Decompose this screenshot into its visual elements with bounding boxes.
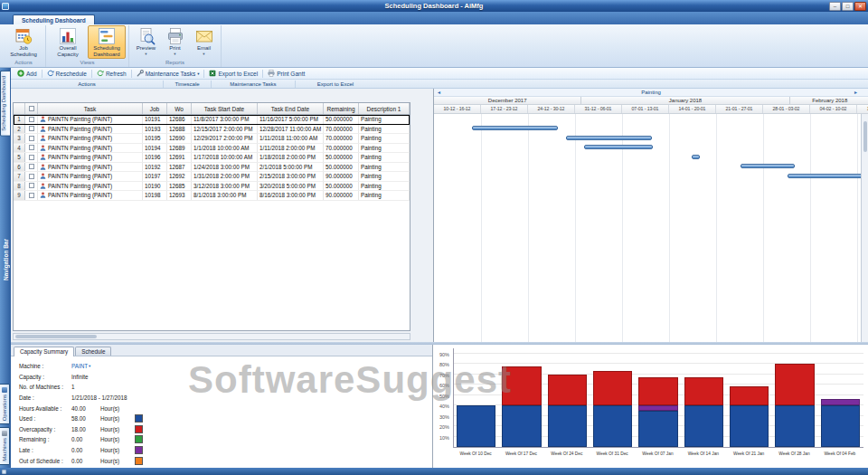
table-row[interactable]: 2PAINTN Painting (PAINT)101931268812/15/… bbox=[14, 125, 410, 135]
bar-segment-overcapacity bbox=[638, 377, 677, 405]
scheduling-dashboard-button[interactable]: Scheduling Dashboard bbox=[88, 25, 126, 59]
column-header-remaining[interactable]: Remaining bbox=[324, 103, 359, 114]
task-label: PAINTN Painting (PAINT) bbox=[48, 164, 112, 170]
add-icon bbox=[17, 70, 24, 77]
cell: 12/28/2017 11:00:00 AM bbox=[258, 125, 324, 134]
row-checkbox[interactable] bbox=[29, 126, 34, 131]
column-header-task[interactable]: Task bbox=[38, 103, 143, 114]
column-header-task-end-date[interactable]: Task End Date bbox=[258, 103, 324, 114]
field-value[interactable]: PAINT bbox=[71, 363, 88, 369]
table-row[interactable]: 1PAINTN Painting (PAINT)101911268611/8/2… bbox=[14, 115, 410, 125]
column-header-description-1[interactable]: Description 1 bbox=[359, 103, 410, 114]
row-number: 3 bbox=[14, 134, 25, 143]
bar-segment-overcapacity bbox=[593, 371, 632, 405]
table-row[interactable]: 3PAINTN Painting (PAINT)101951269012/29/… bbox=[14, 134, 410, 144]
cell: 12692 bbox=[167, 172, 192, 181]
table-row[interactable]: 8PAINTN Painting (PAINT)10190126853/12/2… bbox=[14, 182, 410, 192]
cell: 1/11/2018 11:00:00 AM bbox=[258, 134, 324, 143]
refresh-button[interactable]: Refresh bbox=[93, 69, 130, 79]
cell: 1/1/2018 10:00:00 AM bbox=[192, 144, 258, 153]
export-to-excel-button[interactable]: Export to Excel bbox=[205, 69, 261, 79]
minimize-button[interactable]: – bbox=[829, 2, 841, 11]
row-number: 1 bbox=[14, 115, 25, 124]
gantt-scroll-left-icon[interactable]: ◄ bbox=[437, 89, 441, 97]
gantt-bar[interactable] bbox=[566, 136, 653, 140]
gantt-scroll-right-icon[interactable]: ► bbox=[854, 89, 858, 97]
gantt-bar[interactable] bbox=[788, 174, 861, 178]
email-button[interactable]: Email ▾ bbox=[190, 25, 218, 59]
gantt-months: December 2017January 2018February 2018 bbox=[434, 97, 868, 105]
gantt-vertical-scrollbar[interactable] bbox=[861, 114, 868, 342]
gantt-bar[interactable] bbox=[692, 155, 700, 159]
table-row[interactable]: 9PAINTN Painting (PAINT)10198126938/1/20… bbox=[14, 191, 410, 201]
row-checkbox[interactable] bbox=[29, 164, 34, 169]
scrollbar-thumb[interactable] bbox=[15, 335, 97, 338]
nav-tab-scheduling-dashboard[interactable]: Scheduling Dashboard bbox=[0, 71, 10, 137]
add-button[interactable]: Add bbox=[14, 69, 41, 79]
row-checkbox[interactable] bbox=[29, 174, 34, 179]
cell: 10194 bbox=[143, 144, 167, 153]
toolbar-button-label: Reschedule bbox=[56, 71, 87, 77]
row-checkbox[interactable] bbox=[29, 136, 34, 141]
table-row[interactable]: 5PAINTN Painting (PAINT)10196126911/17/2… bbox=[14, 153, 410, 163]
cell: 70.000000 bbox=[324, 134, 359, 143]
cell: Painting bbox=[359, 134, 410, 143]
bar-segment-overcapacity bbox=[730, 386, 769, 405]
row-checkbox[interactable] bbox=[29, 117, 34, 122]
nav-tab-operations[interactable]: Operations bbox=[0, 384, 10, 424]
table-row[interactable]: 7PAINTN Painting (PAINT)10197126921/31/2… bbox=[14, 172, 410, 182]
field-value: 40.00 bbox=[71, 405, 99, 412]
column-header-job[interactable]: Job bbox=[143, 103, 167, 114]
gantt-bar[interactable] bbox=[472, 126, 559, 130]
field-row: Out of Schedule :0.00Hour(s) bbox=[19, 455, 432, 466]
cell: 10192 bbox=[143, 163, 167, 172]
cell: 70.000000 bbox=[324, 144, 359, 153]
excel-icon bbox=[209, 70, 216, 77]
machine-dropdown-caret[interactable]: ▾ bbox=[89, 364, 90, 368]
nav-tab-machines[interactable]: Machines bbox=[0, 427, 10, 465]
select-all-checkbox[interactable] bbox=[29, 106, 34, 111]
bar-segment-used bbox=[638, 411, 677, 447]
maximize-button[interactable]: □ bbox=[842, 2, 854, 11]
window-title: Scheduling Dashboard - AiMfg bbox=[0, 2, 868, 10]
gantt-bar[interactable] bbox=[741, 164, 795, 168]
row-checkbox[interactable] bbox=[29, 155, 34, 160]
bar-segment-used bbox=[775, 405, 814, 447]
tab-capacity-summary[interactable]: Capacity Summary bbox=[14, 347, 74, 356]
maintenance-tasks-button[interactable]: Maintenance Tasks ▾ bbox=[133, 69, 203, 79]
tab-schedule[interactable]: Schedule bbox=[75, 347, 111, 356]
close-button[interactable]: ✕ bbox=[854, 2, 866, 11]
dropdown-caret-icon: ▾ bbox=[203, 52, 204, 56]
column-header-task-start-date[interactable]: Task Start Date bbox=[192, 103, 258, 114]
row-checkbox[interactable] bbox=[29, 145, 34, 150]
reschedule-button[interactable]: Reschedule bbox=[43, 69, 90, 79]
cell: 1/31/2018 2:00:00 PM bbox=[192, 172, 258, 181]
tab-scheduling-dashboard[interactable]: Scheduling Dashboard bbox=[13, 14, 95, 24]
preview-button[interactable]: Preview ▾ bbox=[132, 25, 160, 59]
print-gantt-button[interactable]: Print Gantt bbox=[264, 69, 308, 79]
cell: 1/11/2018 2:00:00 PM bbox=[258, 144, 324, 153]
gantt-gridline bbox=[763, 114, 764, 342]
toolbar-separator bbox=[131, 70, 132, 78]
column-header-wo[interactable]: Wo bbox=[167, 103, 192, 114]
cell: 12/29/2017 2:00:00 PM bbox=[192, 134, 258, 143]
cell: 8/16/2018 3:00:00 PM bbox=[258, 191, 324, 200]
print-button[interactable]: Print ▾ bbox=[161, 25, 189, 59]
gantt-bar[interactable] bbox=[584, 145, 653, 149]
job-scheduling-button[interactable]: Job Scheduling bbox=[5, 25, 42, 59]
overall-capacity-button[interactable]: Overall Capacity bbox=[49, 25, 87, 59]
grid-horizontal-scrollbar[interactable] bbox=[13, 333, 410, 340]
scrollbar-thumb[interactable] bbox=[863, 121, 867, 152]
row-checkbox[interactable] bbox=[29, 193, 34, 198]
document-tabstrip: Scheduling Dashboard bbox=[0, 12, 868, 24]
select-all-header bbox=[25, 103, 38, 114]
row-select-cell bbox=[25, 172, 38, 181]
table-row[interactable]: 6PAINTN Painting (PAINT)10192126871/24/2… bbox=[14, 163, 410, 173]
row-checkbox[interactable] bbox=[29, 183, 34, 188]
cell: 12691 bbox=[167, 153, 192, 162]
field-label: Remaining : bbox=[19, 436, 71, 442]
bar-segment-used bbox=[684, 405, 723, 447]
grid-body: 1PAINTN Painting (PAINT)101911268611/8/2… bbox=[14, 115, 410, 201]
field-label: Out of Schedule : bbox=[19, 458, 71, 464]
table-row[interactable]: 4PAINTN Painting (PAINT)10194126891/1/20… bbox=[14, 144, 410, 154]
